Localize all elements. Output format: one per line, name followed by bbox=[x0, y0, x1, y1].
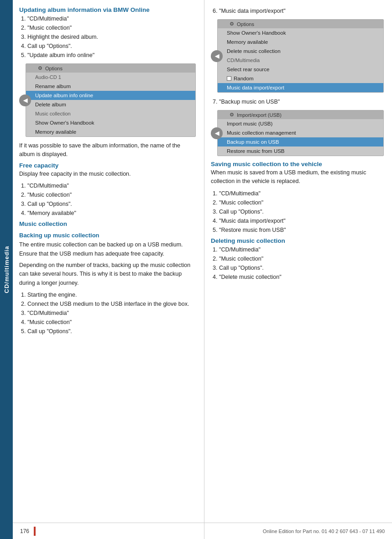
options-item: Memory available bbox=[26, 127, 195, 136]
gear-icon-sm: ⚙ bbox=[38, 65, 42, 71]
nav-arrow-1: ◀ bbox=[19, 94, 31, 106]
screenshot3-wrapper: ◀ ⚙ Import/export (USB) Import music (US… bbox=[217, 110, 384, 156]
options-title-1: Options bbox=[45, 66, 63, 71]
subsection1-para1: The entire music collection can be backe… bbox=[19, 241, 196, 258]
options-item: Select rear source bbox=[218, 65, 383, 74]
gear-icon-sm: ⚙ bbox=[230, 21, 234, 27]
options-header-2: ⚙ Options bbox=[218, 20, 383, 28]
list-item: "CD/Multimedia" bbox=[219, 245, 384, 254]
left-column: Updating album information via BMW Onlin… bbox=[13, 0, 204, 539]
options-item: Delete music collection bbox=[218, 47, 383, 56]
list-item: Starting the engine. bbox=[27, 290, 196, 299]
screenshot2-wrapper: ◀ ⚙ Options Show Owner's Handbook Memory… bbox=[217, 19, 384, 93]
options-item: Import music (USB) bbox=[218, 119, 383, 128]
options-item-highlighted: Music data import/export bbox=[218, 83, 383, 92]
list-item: Call up "Options". bbox=[219, 263, 384, 272]
section2-description: Display free capacity in the music colle… bbox=[19, 170, 196, 178]
list-item: "Restore music from USB" bbox=[219, 225, 384, 235]
screenshot3: ⚙ Import/export (USB) Import music (USB)… bbox=[217, 110, 384, 156]
options-item: Music collection management bbox=[218, 128, 383, 137]
options-item: CD/Multimedia bbox=[218, 56, 383, 65]
list-item: "Music collection" bbox=[27, 318, 196, 327]
list-item: "CD/Multimedia" bbox=[27, 309, 196, 318]
screenshot1-wrapper: ◀ ⚙ Options Audio-CD 1 Rename album Upda… bbox=[26, 63, 196, 137]
list-item: "CD/Multimedia" bbox=[219, 189, 384, 198]
screenshot1: ⚙ Options Audio-CD 1 Rename album Update… bbox=[26, 63, 196, 137]
options-item-highlighted: Update album info online bbox=[26, 91, 195, 100]
subsection1-para2: Depending on the number of tracks, backi… bbox=[19, 261, 196, 288]
options-item-highlighted: Backup music on USB bbox=[218, 137, 383, 147]
list-item: "Backup music on USB" bbox=[219, 97, 384, 106]
list-item: Highlight the desired album. bbox=[27, 32, 196, 42]
options-item: Audio-CD 1 bbox=[26, 73, 195, 82]
list-item: "Music collection" bbox=[27, 23, 196, 32]
nav-arrow-3: ◀ bbox=[211, 127, 223, 139]
list-item: "Memory available" bbox=[27, 209, 196, 218]
list-item: "Music collection" bbox=[219, 254, 384, 263]
side-tab: CD/multimedia bbox=[0, 0, 13, 539]
options-item: Restore music from USB bbox=[218, 147, 383, 156]
deleting-title: Deleting music collection bbox=[211, 237, 384, 244]
list-item: "CD/Multimedia" bbox=[27, 181, 196, 190]
list-item: "Update album info online" bbox=[27, 51, 196, 60]
deleting-steps: "CD/Multimedia" "Music collection" Call … bbox=[219, 245, 384, 282]
options-item: Show Owner's Handbook bbox=[218, 28, 383, 37]
list-item: "Delete music collection" bbox=[219, 272, 384, 282]
subsection1-steps: Starting the engine. Connect the USB med… bbox=[27, 290, 196, 336]
list-item: Call up "Options". bbox=[219, 207, 384, 216]
screenshot2: ⚙ Options Show Owner's Handbook Memory a… bbox=[217, 19, 384, 93]
list-item: "Music collection" bbox=[27, 190, 196, 199]
footer-edition: Online Edition for Part no. 01 40 2 607 … bbox=[263, 529, 385, 534]
right-step7-list: "Backup music on USB" bbox=[219, 97, 384, 106]
list-item: "Music data import/export" bbox=[219, 6, 384, 16]
options-item: Delete album bbox=[26, 100, 195, 109]
section2-steps: "CD/Multimedia" "Music collection" Call … bbox=[27, 181, 196, 218]
list-item: Call up "Options". bbox=[27, 199, 196, 209]
checkbox-icon bbox=[227, 76, 231, 81]
footer-bar-decoration bbox=[34, 527, 36, 536]
side-tab-label: CD/multimedia bbox=[3, 246, 10, 293]
options-item: Rename album bbox=[26, 82, 195, 91]
section1-steps: "CD/Multimedia" "Music collection" Highl… bbox=[27, 14, 196, 60]
saving-description: When music is saved from a USB medium, t… bbox=[211, 168, 384, 186]
options-title-3: Import/export (USB) bbox=[237, 112, 282, 118]
section3-title: Music collection bbox=[19, 220, 196, 227]
gear-icon-sm: ⚙ bbox=[230, 112, 234, 118]
footer-left: 176 bbox=[20, 527, 36, 536]
saving-title: Saving music collection to the vehicle bbox=[211, 161, 384, 167]
right-step6-list: "Music data import/export" bbox=[219, 6, 384, 16]
options-title-2: Options bbox=[237, 21, 254, 27]
options-item: Show Owner's Handbook bbox=[26, 118, 195, 127]
options-item: Memory available bbox=[218, 37, 383, 47]
page-number: 176 bbox=[20, 528, 29, 534]
list-item: Call up "Options". bbox=[27, 42, 196, 51]
options-header-1: ⚙ Options bbox=[26, 64, 195, 73]
section2-title: Free capacity bbox=[19, 162, 196, 169]
options-item-label: Random bbox=[234, 76, 253, 81]
section1-after-text: If it was possible to save the album inf… bbox=[19, 141, 196, 159]
list-item: Call up "Options". bbox=[27, 327, 196, 336]
options-item: Music collection bbox=[26, 109, 195, 118]
nav-arrow-2: ◀ bbox=[211, 50, 223, 62]
list-item: "CD/Multimedia" bbox=[27, 14, 196, 23]
list-item: "Music data import/export" bbox=[219, 216, 384, 225]
subsection1-title: Backing up music collection bbox=[19, 232, 196, 239]
section1-title: Updating album information via BMW Onlin… bbox=[19, 6, 196, 13]
options-item: Random bbox=[218, 74, 383, 83]
saving-steps: "CD/Multimedia" "Music collection" Call … bbox=[219, 189, 384, 235]
options-header-3: ⚙ Import/export (USB) bbox=[218, 110, 383, 119]
footer: 176 Online Edition for Part no. 01 40 2 … bbox=[13, 523, 392, 539]
list-item: "Music collection" bbox=[219, 198, 384, 207]
list-item: Connect the USB medium to the USB interf… bbox=[27, 299, 196, 309]
right-column: "Music data import/export" ◀ ⚙ Options S… bbox=[204, 0, 392, 539]
